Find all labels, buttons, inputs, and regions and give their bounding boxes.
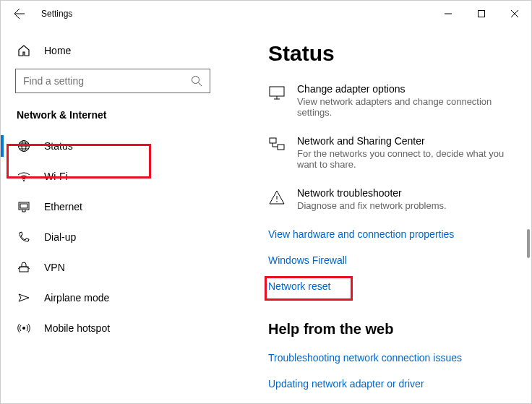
airplane-icon — [17, 291, 31, 305]
sidebar-item-label: Mobile hotspot — [44, 322, 110, 334]
sidebar-item-label: Status — [44, 140, 73, 152]
svg-point-8 — [22, 327, 25, 330]
svg-point-12 — [276, 201, 278, 202]
window-title: Settings — [41, 9, 72, 19]
option-troubleshooter[interactable]: Network troubleshooter Diagnose and fix … — [268, 187, 514, 211]
arrow-left-icon — [14, 8, 25, 20]
sidebar-section-title: Network & Internet — [17, 109, 225, 121]
sidebar-item-airplane[interactable]: Airplane mode — [1, 283, 225, 313]
sidebar-item-hotspot[interactable]: Mobile hotspot — [1, 313, 225, 343]
globe-icon — [17, 139, 31, 153]
svg-rect-9 — [270, 87, 284, 96]
sidebar-item-label: Wi-Fi — [44, 171, 68, 182]
link-network-reset[interactable]: Network reset — [268, 280, 514, 292]
hotspot-icon — [17, 321, 31, 335]
help-link-troubleshooting[interactable]: Troubleshooting network connection issue… — [268, 352, 514, 364]
option-desc: Diagnose and fix network problems. — [297, 200, 447, 211]
sidebar-item-label: Ethernet — [44, 201, 82, 212]
home-label: Home — [44, 45, 71, 56]
page-heading: Status — [268, 41, 514, 66]
back-button[interactable] — [11, 5, 28, 22]
home-button[interactable]: Home — [1, 38, 225, 63]
minimize-button[interactable] — [432, 2, 465, 25]
link-windows-firewall[interactable]: Windows Firewall — [268, 254, 514, 266]
network-icon — [268, 137, 286, 154]
svg-point-4 — [23, 180, 25, 181]
warning-icon — [268, 189, 286, 206]
maximize-button[interactable] — [465, 2, 498, 25]
svg-rect-10 — [270, 138, 276, 143]
option-desc: View network adapters and change connect… — [297, 96, 514, 118]
option-sharing-center[interactable]: Network and Sharing Center For the netwo… — [268, 135, 514, 170]
link-hardware-properties[interactable]: View hardware and connection properties — [268, 228, 514, 240]
scrollbar-thumb[interactable] — [527, 229, 530, 258]
sidebar-item-label: Dial-up — [44, 231, 76, 243]
wifi-icon — [17, 169, 31, 184]
sidebar-item-dialup[interactable]: Dial-up — [1, 222, 225, 252]
option-title: Network troubleshooter — [297, 187, 447, 199]
help-link-updating-adapter[interactable]: Updating network adapter or driver — [268, 378, 514, 390]
option-desc: For the networks you connect to, decide … — [297, 148, 514, 170]
sidebar-item-vpn[interactable]: VPN — [1, 252, 225, 283]
svg-rect-0 — [479, 11, 485, 17]
option-title: Change adapter options — [297, 83, 514, 95]
sidebar-item-status[interactable]: Status — [1, 131, 225, 161]
sidebar-item-ethernet[interactable]: Ethernet — [1, 192, 225, 222]
main-content: Status Change adapter options View netwo… — [225, 27, 531, 403]
sidebar-item-label: VPN — [44, 262, 65, 273]
ethernet-icon — [17, 199, 31, 214]
monitor-icon — [268, 85, 286, 102]
option-change-adapter[interactable]: Change adapter options View network adap… — [268, 83, 514, 118]
sidebar: Home Network & Internet Status Wi-Fi Eth… — [1, 27, 225, 403]
search-input[interactable] — [23, 75, 191, 87]
vpn-icon — [17, 260, 31, 275]
help-heading: Help from the web — [268, 321, 514, 338]
svg-rect-6 — [20, 204, 27, 208]
svg-rect-11 — [278, 145, 284, 150]
svg-point-1 — [192, 77, 200, 84]
search-icon — [191, 75, 202, 87]
close-button[interactable] — [498, 2, 531, 25]
sidebar-item-label: Airplane mode — [44, 292, 109, 304]
option-title: Network and Sharing Center — [297, 135, 514, 147]
home-icon — [17, 44, 31, 57]
sidebar-item-wifi[interactable]: Wi-Fi — [1, 161, 225, 192]
phone-icon — [17, 230, 31, 244]
search-box[interactable] — [15, 69, 210, 93]
